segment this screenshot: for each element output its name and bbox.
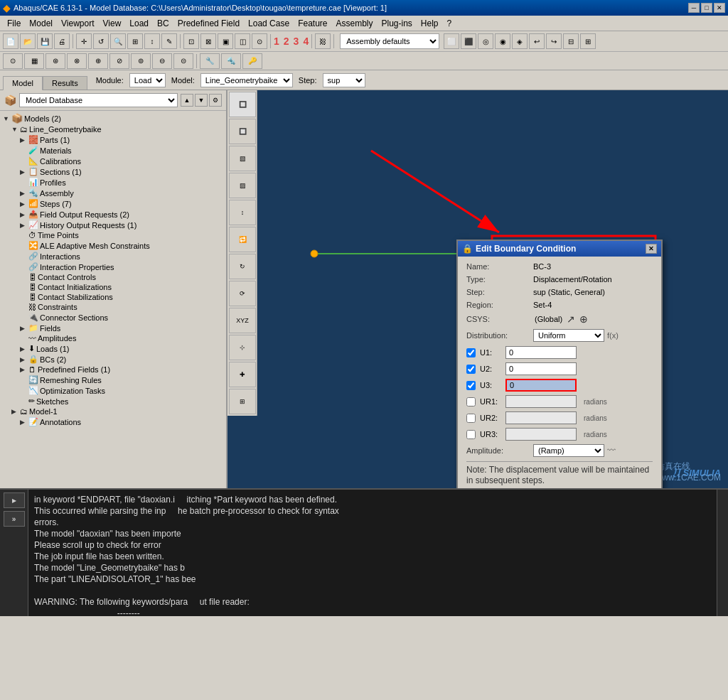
vp-btn-6[interactable]: 🔁 [229,227,256,252]
tree-item-contact-controls[interactable]: 🎛 Contact Controls [0,272,226,282]
tree-item-profiles[interactable]: 📊 Profiles [0,177,226,188]
menu-view[interactable]: View [99,17,126,30]
tree-item-remeshing[interactable]: 🔄 Remeshing Rules [0,375,226,385]
tool-a[interactable]: ⬜ [444,33,459,49]
tree-up-btn[interactable]: ▲ [181,94,193,107]
tree-item-bcs[interactable]: ▶ 🔒 BCs (2) [0,354,226,365]
icon-r5[interactable]: ⊕ [88,53,108,69]
menu-help[interactable]: Help [417,17,443,30]
tree-item-models[interactable]: ▼ 📦 Models (2) [0,112,226,124]
tool-e[interactable]: ◈ [512,33,528,49]
vp-btn-5[interactable]: ↕ [229,200,256,225]
csys-icon-2[interactable]: ⊕ [579,313,588,325]
open-btn[interactable]: 📂 [20,33,36,49]
tree-item-line-geo[interactable]: ▼ 🗂 Line_Geometrybaike [0,124,226,134]
minimize-button[interactable]: ─ [688,3,700,13]
menu-model[interactable]: Model [25,17,57,30]
console-btn-2[interactable]: » [4,511,25,527]
amplitude-select[interactable]: (Ramp) [533,444,604,457]
u3-checkbox[interactable] [466,381,476,390]
tool-4[interactable]: ◫ [235,33,250,49]
vp-btn-10[interactable]: ⊹ [229,335,256,360]
tool-f[interactable]: ↩ [529,33,545,49]
vp-btn-1[interactable]: 🔲 [229,92,256,117]
icon-r9[interactable]: ⊝ [173,53,193,69]
menu-load[interactable]: Load [125,17,153,30]
ur1-input[interactable] [505,395,577,408]
tree-item-interaction-props[interactable]: 🔗 Interaction Properties [0,262,226,272]
tree-down-btn[interactable]: ▼ [195,94,208,107]
menu-predefined-field[interactable]: Predefined Field [173,17,244,30]
icon-r3[interactable]: ⊛ [46,53,65,69]
tree-item-sketches[interactable]: ✏ Sketches [0,396,226,406]
icon-r1[interactable]: ⊙ [3,53,23,69]
select-btn[interactable]: ↕ [144,33,160,49]
maximize-button[interactable]: □ [701,3,712,13]
menu-question[interactable]: ? [443,17,456,30]
tree-item-predefined-fields[interactable]: ▶ 🗒 Predefined Fields (1) [0,365,226,375]
tool-h[interactable]: ⊟ [563,33,579,49]
tree-item-time-points[interactable]: ⏱ Time Points [0,230,226,240]
tree-item-calibrations[interactable]: 📐 Calibrations [0,156,226,166]
menu-assembly[interactable]: Assembly [331,17,377,30]
icon-r10[interactable]: 🔧 [200,53,220,69]
tree-item-parts[interactable]: ▶ 🧱 Parts (1) [0,134,226,145]
ur2-input[interactable] [505,411,577,424]
vp-btn-3[interactable]: ▧ [229,146,256,171]
tree-item-ale[interactable]: 🔀 ALE Adaptive Mesh Constraints [0,240,226,251]
tool-5[interactable]: ⊙ [252,33,267,49]
tree-header-select[interactable]: Model Database [19,93,178,107]
step-select[interactable]: sup [323,73,365,87]
vp-btn-8[interactable]: ⟳ [229,281,256,306]
menu-load-case[interactable]: Load Case [244,17,294,30]
tree-item-assembly[interactable]: ▶ 🔩 Assembly [0,188,226,198]
tool-d[interactable]: ◉ [495,33,510,49]
console-scrollbar[interactable] [717,490,728,616]
tree-item-steps[interactable]: ▶ 📶 Steps (7) [0,198,226,209]
icon-r11[interactable]: 🔩 [221,53,241,69]
icon-r12[interactable]: 🔑 [242,53,262,69]
distribution-select[interactable]: Uniform [533,329,604,342]
menu-feature[interactable]: Feature [294,17,331,30]
module-select[interactable]: Load [129,73,166,87]
menu-viewport[interactable]: Viewport [57,17,98,30]
tab-results[interactable]: Results [43,76,87,90]
u1-checkbox[interactable] [466,348,476,357]
ur3-input[interactable] [505,428,577,441]
rotate-btn[interactable]: ↺ [93,33,109,49]
tree-item-annotations[interactable]: ▶ 📝 Annotations [0,416,226,427]
tree-filter-btn[interactable]: ⚙ [209,94,222,107]
move-btn[interactable]: ✛ [76,33,92,49]
tree-item-contact-stab[interactable]: 🎛 Contact Stabilizations [0,292,226,302]
ur2-checkbox[interactable] [466,414,476,423]
tree-item-contact-init[interactable]: 🎛 Contact Initializations [0,282,226,292]
vp-btn-2[interactable]: 🔲 [229,119,256,144]
tree-item-loads[interactable]: ▶ ⬇ Loads (1) [0,343,226,354]
tool-i[interactable]: ⊞ [580,33,596,49]
tree-item-model1[interactable]: ▶ 🗂 Model-1 [0,406,226,416]
icon-r8[interactable]: ⊖ [152,53,172,69]
tree-item-amplitudes[interactable]: 〰 Amplitudes [0,333,226,343]
tool-2[interactable]: ⊠ [200,33,216,49]
dialog-close-button[interactable]: ✕ [646,244,657,254]
tool-g[interactable]: ↪ [546,33,562,49]
tree-item-history-output[interactable]: ▶ 📈 History Output Requests (1) [0,220,226,230]
save-btn[interactable]: 💾 [37,33,53,49]
tree-item-sections[interactable]: ▶ 📋 Sections (1) [0,166,226,177]
vp-btn-7[interactable]: ↻ [229,254,256,279]
u2-input[interactable] [505,362,577,375]
u3-input[interactable] [505,379,577,392]
console-btn-1[interactable]: ▶ [4,492,25,508]
zoom-btn[interactable]: 🔍 [110,33,126,49]
new-btn[interactable]: 📄 [3,33,18,49]
csys-icon-1[interactable]: ↗ [567,313,575,325]
fit-btn[interactable]: ⊞ [127,33,143,49]
icon-r4[interactable]: ⊗ [67,53,87,69]
tool-b[interactable]: ⬛ [461,33,476,49]
tool-c[interactable]: ◎ [478,33,493,49]
vp-btn-9[interactable]: XYZ [229,308,256,333]
tree-item-interactions[interactable]: 🔗 Interactions [0,251,226,262]
vp-btn-12[interactable]: ⊞ [229,389,256,414]
vp-btn-11[interactable]: ✚ [229,362,256,387]
sketch-btn[interactable]: ✎ [161,33,177,49]
